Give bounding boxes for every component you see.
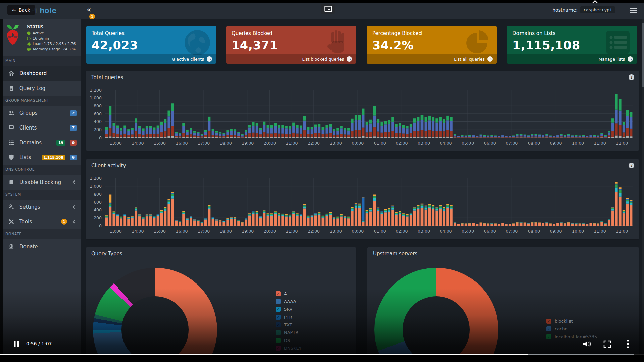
- legend-item-ptr[interactable]: ✓PTR: [276, 314, 292, 320]
- client-activity-chart[interactable]: 02004006008001,0001,20013:0014:0015:0016…: [86, 172, 639, 238]
- sidebar-collapse-icon[interactable]: «: [87, 5, 91, 14]
- legend-label: A: [284, 291, 287, 296]
- svg-text:1,000: 1,000: [90, 184, 102, 189]
- legend-checkbox[interactable]: ✓: [276, 291, 281, 296]
- legend-item-localhost.lan#5335[interactable]: ✓localhost.lan#5335: [546, 334, 597, 340]
- sidebar-item-settings[interactable]: Settings: [0, 200, 81, 214]
- volume-button[interactable]: [583, 340, 591, 348]
- legend-item-srv[interactable]: ✓SRV: [276, 306, 292, 312]
- legend-checkbox[interactable]: ✓: [276, 338, 281, 343]
- sidebar-item-dashboard[interactable]: Dashboard: [0, 66, 81, 81]
- svg-text:17:00: 17:00: [198, 229, 210, 234]
- users-icon: [8, 110, 15, 116]
- hostname-value: raspberrypi: [580, 6, 615, 13]
- legend-checkbox[interactable]: ✓: [276, 315, 281, 320]
- hamburger-menu-icon[interactable]: [630, 8, 637, 13]
- svg-text:08:00: 08:00: [528, 141, 540, 146]
- svg-text:21:00: 21:00: [286, 141, 298, 146]
- sidebar-item-lists[interactable]: Lists1,115,1086: [0, 150, 81, 165]
- svg-text:0: 0: [99, 135, 102, 140]
- status-title: Status: [27, 24, 76, 29]
- sidebar-item-label: Donate: [19, 244, 77, 250]
- legend-item-a[interactable]: ✓A: [276, 291, 287, 297]
- video-letterbox-bottom: [0, 355, 644, 362]
- card-queries-blocked: Queries Blocked14,371List blocked querie…: [226, 26, 356, 64]
- back-button[interactable]: ← Back: [7, 5, 35, 15]
- legend-checkbox[interactable]: ✓: [276, 299, 281, 304]
- hostname-display: hostname: raspberrypi: [552, 6, 615, 13]
- svg-text:18:00: 18:00: [220, 141, 232, 146]
- svg-text:1,200: 1,200: [90, 176, 102, 181]
- update-notification-badge: 1: [89, 14, 95, 19]
- legend-item-naptr[interactable]: ✓NAPTR: [276, 330, 298, 335]
- sidebar-item-label: Groups: [19, 110, 65, 116]
- info-icon[interactable]: i: [629, 74, 634, 80]
- back-label: Back: [19, 7, 30, 13]
- sidebar-item-disable-blocking[interactable]: Disable Blocking: [0, 175, 81, 190]
- shield-icon: [8, 154, 15, 161]
- legend-item-ds[interactable]: ✓DS: [276, 338, 290, 343]
- legend-label: TXT: [284, 322, 292, 327]
- sidebar-section-label: SYSTEM: [0, 190, 81, 200]
- back-arrow-icon: ←: [12, 7, 16, 13]
- legend-item-txt[interactable]: ✓TXT: [276, 322, 292, 328]
- svg-text:13:00: 13:00: [110, 229, 122, 234]
- picture-in-picture-icon: [324, 6, 332, 12]
- svg-text:11:00: 11:00: [594, 229, 606, 234]
- sidebar-item-label: Domains: [19, 140, 52, 146]
- legend-checkbox[interactable]: ✓: [276, 330, 281, 335]
- more-options-button[interactable]: [627, 339, 629, 349]
- sidebar-badge: 1,115,108: [42, 155, 65, 160]
- sidebar-badge: 2: [70, 110, 77, 116]
- sidebar-item-tools[interactable]: Tools1: [0, 214, 81, 229]
- sidebar-item-donate[interactable]: Donate: [0, 239, 81, 254]
- fullscreen-button[interactable]: [603, 340, 611, 348]
- sidebar-item-domains[interactable]: Domains190: [0, 135, 81, 150]
- file-icon: [8, 85, 15, 92]
- sidebar-item-query-log[interactable]: Query Log: [0, 81, 81, 96]
- client-activity-panel: Client activity i 02004006008001,0001,20…: [86, 159, 639, 239]
- sidebar-item-clients[interactable]: Clients7: [0, 120, 81, 135]
- card-title: Queries Blocked: [226, 26, 356, 36]
- legend-label: AAAA: [284, 299, 296, 304]
- legend-checkbox[interactable]: ✓: [276, 346, 281, 351]
- client-activity-title: Client activity: [91, 163, 126, 169]
- legend-checkbox[interactable]: ✓: [276, 307, 281, 312]
- stop-icon: [8, 179, 15, 186]
- status-rate-row: 16 q/min: [27, 36, 76, 41]
- legend-label: cache: [555, 326, 568, 331]
- status-active-icon: [27, 31, 31, 35]
- svg-text:19:00: 19:00: [242, 229, 254, 234]
- svg-text:02:00: 02:00: [396, 229, 408, 234]
- sidebar-section-label: DNS CONTROL: [0, 165, 81, 175]
- svg-text:16:00: 16:00: [176, 229, 188, 234]
- sidebar-item-label: Dashboard: [19, 70, 77, 76]
- legend-checkbox[interactable]: ✓: [546, 334, 551, 339]
- svg-text:02:00: 02:00: [396, 141, 408, 146]
- legend-item-cache[interactable]: ✓cache: [546, 326, 568, 332]
- legend-item-aaaa[interactable]: ✓AAAA: [276, 299, 296, 304]
- sidebar-item-label: Tools: [19, 219, 56, 225]
- svg-text:00:00: 00:00: [352, 141, 364, 146]
- legend-label: NAPTR: [284, 330, 298, 335]
- total-queries-chart[interactable]: 02004006008001,0001,20013:0014:0015:0016…: [86, 84, 639, 150]
- legend-checkbox[interactable]: ✓: [546, 326, 551, 331]
- svg-text:0: 0: [99, 223, 102, 228]
- sidebar-item-label: Disable Blocking: [19, 179, 67, 185]
- sidebar-item-label: Settings: [19, 204, 67, 210]
- legend-label: PTR: [284, 315, 292, 320]
- svg-text:00:00: 00:00: [352, 229, 364, 234]
- legend-item-dnskey[interactable]: ✓DNSKEY: [276, 345, 302, 351]
- scrollbar-thumb[interactable]: [642, 23, 644, 87]
- legend-checkbox[interactable]: ✓: [546, 319, 551, 324]
- chevron-left-icon: [72, 205, 77, 209]
- total-queries-panel-header: Total queries i: [86, 71, 639, 84]
- legend-checkbox[interactable]: ✓: [276, 322, 281, 327]
- pause-button[interactable]: [13, 341, 19, 348]
- collapse-up-icon[interactable]: [591, 0, 599, 4]
- sidebar-item-groups[interactable]: Groups2: [0, 106, 81, 120]
- legend-item-blocklist[interactable]: ✓blocklist: [546, 318, 573, 324]
- info-icon[interactable]: i: [629, 163, 634, 168]
- svg-text:06:00: 06:00: [484, 229, 496, 234]
- picture-in-picture-button[interactable]: [321, 4, 335, 14]
